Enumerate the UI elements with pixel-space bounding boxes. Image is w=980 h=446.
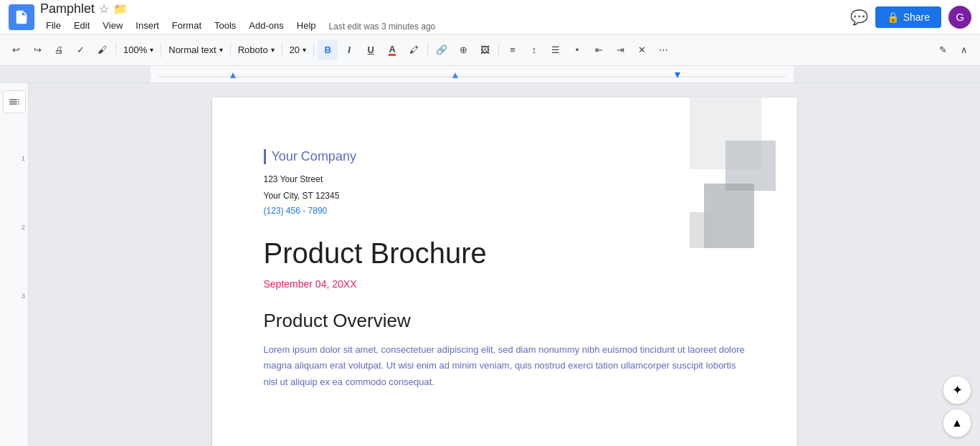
ruler-center <box>151 66 794 82</box>
toolbar: ↩ ↪ 🖨 ✓ 🖌 100% ▾ Normal text ▾ Roboto ▾ … <box>0 34 980 66</box>
bold-button[interactable]: B <box>318 40 338 60</box>
chat-icon[interactable]: 💬 <box>850 9 868 26</box>
separator-2 <box>161 43 161 57</box>
ruler-left <box>0 66 151 82</box>
spell-check-button[interactable]: ✓ <box>70 40 90 60</box>
style-select[interactable]: Normal text ▾ <box>165 40 226 60</box>
underline-button[interactable]: U <box>361 40 381 60</box>
menu-view[interactable]: View <box>97 18 128 33</box>
menu-help[interactable]: Help <box>291 18 322 33</box>
left-sidebar: 1 2 3 <box>0 83 29 446</box>
insert-image-button[interactable]: 🖼 <box>475 40 495 60</box>
ordered-list-button[interactable]: ☰ <box>546 40 566 60</box>
menu-tools[interactable]: Tools <box>209 18 242 33</box>
separator-3 <box>230 43 231 57</box>
separator-6 <box>427 43 428 57</box>
font-size-caret: ▾ <box>303 46 306 54</box>
separator-7 <box>498 43 499 57</box>
folder-icon[interactable]: 📁 <box>113 2 128 16</box>
font-size-value: 20 <box>290 44 300 55</box>
svg-rect-9 <box>690 212 711 248</box>
line-spacing-button[interactable]: ↕ <box>524 40 544 60</box>
top-bar: Pamphlet ☆ 📁 File Edit View Insert Forma… <box>0 0 980 34</box>
print-button[interactable]: 🖨 <box>49 40 69 60</box>
menu-edit[interactable]: Edit <box>68 18 95 33</box>
bottom-right-actions: ✦ ▲ <box>943 376 971 437</box>
font-select[interactable]: Roboto ▾ <box>234 40 278 60</box>
font-size-select[interactable]: 20 ▾ <box>286 40 310 60</box>
doc-title[interactable]: Pamphlet <box>40 1 95 16</box>
ruler-right <box>794 66 980 82</box>
menu-insert[interactable]: Insert <box>130 18 165 33</box>
svg-marker-3 <box>230 72 236 78</box>
doc-date[interactable]: September 04, 20XX <box>264 278 746 290</box>
clear-format-button[interactable]: ✕ <box>632 40 652 60</box>
unordered-list-button[interactable]: • <box>567 40 587 60</box>
scroll-button[interactable]: ▲ <box>943 409 971 437</box>
highlight-button[interactable]: 🖍 <box>404 40 424 60</box>
zoom-value: 100% <box>123 44 147 55</box>
svg-rect-8 <box>704 184 754 248</box>
menu-bar: File Edit View Insert Format Tools Add-o… <box>40 18 836 33</box>
share-label: Share <box>903 11 930 23</box>
text-color-button[interactable]: A <box>382 40 402 60</box>
ruler <box>0 66 980 83</box>
menu-file[interactable]: File <box>40 18 67 33</box>
main-layout: 1 2 3 Your Company <box>0 83 980 446</box>
star-icon[interactable]: ☆ <box>99 2 109 16</box>
indent-less-button[interactable]: ⇤ <box>589 40 609 60</box>
undo-button[interactable]: ↩ <box>6 40 26 60</box>
ruler-num-2: 2 <box>22 224 25 231</box>
zoom-caret: ▾ <box>150 46 153 54</box>
svg-marker-5 <box>675 72 680 78</box>
top-right-actions: 💬 🔒 Share G <box>850 6 971 29</box>
separator-4 <box>282 43 282 57</box>
assist-button[interactable]: ✦ <box>943 376 971 404</box>
style-caret: ▾ <box>219 46 223 54</box>
docs-app-icon <box>9 4 34 30</box>
svg-marker-4 <box>452 72 458 78</box>
svg-rect-0 <box>18 17 24 18</box>
ruler-num-1: 1 <box>22 155 25 162</box>
menu-format[interactable]: Format <box>166 18 207 33</box>
separator-5 <box>313 43 314 57</box>
svg-rect-7 <box>726 141 776 191</box>
last-edit-text: Last edit was 3 minutes ago <box>329 22 436 33</box>
separator-1 <box>115 43 116 57</box>
share-button[interactable]: 🔒 Share <box>875 6 941 28</box>
doc-area[interactable]: Your Company 123 Your Street Your City, … <box>29 83 980 446</box>
more-options-button[interactable]: ⋯ <box>653 40 673 60</box>
avatar[interactable]: G <box>948 6 971 29</box>
italic-button[interactable]: I <box>339 40 359 60</box>
share-lock-icon: 🔒 <box>887 11 899 23</box>
link-button[interactable]: 🔗 <box>432 40 452 60</box>
body-text[interactable]: Lorem ipsum dolor sit amet, consectetuer… <box>264 342 746 389</box>
indent-more-button[interactable]: ⇥ <box>610 40 630 60</box>
style-value: Normal text <box>168 44 216 55</box>
caret-up-button[interactable]: ∧ <box>954 40 974 60</box>
zoom-select[interactable]: 100% ▾ <box>120 40 157 60</box>
doc-title-section: Pamphlet ☆ 📁 File Edit View Insert Forma… <box>40 1 836 33</box>
redo-button[interactable]: ↪ <box>27 40 47 60</box>
paint-format-button[interactable]: 🖌 <box>92 40 112 60</box>
menu-addons[interactable]: Add-ons <box>243 18 289 33</box>
page: Your Company 123 Your Street Your City, … <box>212 98 797 446</box>
svg-rect-1 <box>18 19 22 20</box>
align-button[interactable]: ≡ <box>503 40 523 60</box>
font-value: Roboto <box>238 44 268 55</box>
ruler-num-3: 3 <box>22 293 25 300</box>
font-caret: ▾ <box>271 46 275 54</box>
pencil-button[interactable]: ✎ <box>933 40 953 60</box>
insert-comment-button[interactable]: ⊕ <box>453 40 473 60</box>
corner-graphic <box>661 98 797 255</box>
outline-button[interactable] <box>3 90 26 113</box>
section-title[interactable]: Product Overview <box>264 310 746 332</box>
